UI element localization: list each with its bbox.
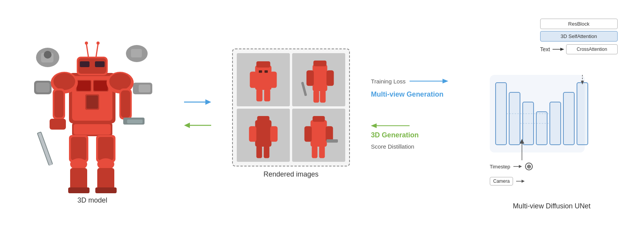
- label-3d-model: 3D model: [77, 196, 107, 204]
- svg-rect-33: [70, 168, 87, 189]
- text-cross-attention-row: Text CrossAttention: [540, 44, 618, 54]
- svg-rect-29: [74, 124, 111, 135]
- 3d-generation-row: [371, 122, 410, 130]
- rendered-cell-4: [292, 109, 345, 162]
- svg-rect-6: [36, 83, 50, 92]
- svg-marker-89: [371, 123, 377, 128]
- svg-line-44: [86, 44, 88, 57]
- svg-rect-58: [257, 89, 263, 102]
- timestep-arrow: [513, 162, 522, 171]
- svg-rect-39: [95, 187, 117, 193]
- arrow-right-blue: [184, 96, 211, 108]
- plus-circle: ⊕: [525, 163, 533, 170]
- cross-attention-box: CrossAttention: [566, 44, 617, 54]
- svg-rect-34: [68, 187, 90, 193]
- svg-rect-56: [250, 71, 257, 88]
- rendered-cell-2: [292, 53, 345, 106]
- svg-rect-79: [310, 120, 327, 147]
- self-attention-box: 3D SelfAttention: [540, 31, 618, 42]
- arrow-3d-generation: [371, 122, 410, 130]
- timestep-label: Timestep: [490, 164, 510, 170]
- 3d-generation-label: 3D Generation: [371, 131, 418, 139]
- camera-row: Camera: [490, 177, 533, 185]
- svg-rect-25: [121, 90, 130, 118]
- rendered-grid-container: [232, 49, 350, 166]
- svg-rect-106: [577, 83, 587, 144]
- svg-rect-43: [95, 61, 105, 67]
- svg-point-46: [85, 42, 88, 45]
- svg-rect-94: [496, 83, 506, 144]
- svg-marker-53: [184, 123, 190, 128]
- arrow-training-loss: [410, 77, 448, 85]
- svg-rect-96: [510, 93, 520, 144]
- svg-rect-75: [257, 146, 262, 158]
- svg-rect-31: [71, 137, 86, 160]
- svg-rect-83: [319, 146, 325, 158]
- svg-rect-74: [270, 126, 277, 142]
- rendered-cell-3: [237, 109, 290, 162]
- svg-rect-64: [313, 65, 327, 92]
- text-label: Text: [540, 46, 550, 52]
- bottom-inputs: Timestep ⊕ Camera: [490, 162, 533, 185]
- arrows-section: [184, 96, 211, 131]
- svg-point-18: [53, 73, 75, 90]
- svg-rect-85: [326, 139, 338, 142]
- svg-rect-65: [307, 70, 314, 86]
- svg-marker-91: [560, 48, 564, 51]
- rendered-cell-1: [237, 53, 290, 106]
- svg-rect-22: [54, 90, 64, 118]
- svg-rect-80: [305, 126, 312, 142]
- svg-rect-60: [257, 61, 270, 68]
- camera-box: Camera: [490, 177, 513, 185]
- svg-marker-51: [205, 99, 211, 105]
- svg-rect-82: [312, 146, 318, 158]
- multiview-generation-label: Multi-view Generation: [371, 90, 443, 99]
- svg-rect-68: [320, 90, 326, 103]
- label-rendered: Rendered images: [263, 170, 319, 178]
- section-3d-model: 3D model: [19, 23, 166, 204]
- svg-rect-61: [259, 70, 262, 73]
- svg-rect-4: [131, 49, 142, 57]
- svg-rect-49: [38, 132, 53, 165]
- svg-rect-72: [255, 120, 271, 147]
- svg-rect-42: [80, 61, 90, 67]
- arrow-text-cross: [553, 46, 564, 52]
- unet-diagram: ResBlock 3D SelfAttention Text CrossAtte…: [484, 17, 620, 199]
- svg-rect-84: [313, 116, 325, 122]
- svg-marker-116: [520, 139, 524, 144]
- svg-rect-62: [265, 70, 268, 73]
- svg-rect-8: [139, 85, 150, 92]
- label-unet: Multi-view Diffusion UNet: [513, 202, 591, 210]
- training-loss-row: Training Loss: [371, 77, 448, 85]
- svg-rect-77: [257, 116, 270, 122]
- svg-marker-112: [519, 165, 522, 168]
- section-unet: ResBlock 3D SelfAttention Text CrossAtte…: [478, 17, 625, 210]
- svg-rect-27: [127, 120, 143, 123]
- svg-rect-13: [77, 81, 91, 91]
- robot-illustration: [26, 23, 158, 193]
- svg-rect-36: [98, 137, 114, 160]
- rendered-grid: [237, 53, 345, 162]
- unet-bars-svg: [488, 71, 589, 156]
- section-rendered: Rendered images: [229, 49, 353, 178]
- main-container: 3D model: [0, 0, 644, 227]
- svg-rect-66: [326, 70, 334, 86]
- svg-rect-100: [537, 112, 547, 144]
- svg-rect-38: [97, 168, 114, 189]
- svg-rect-76: [264, 146, 270, 158]
- svg-line-45: [96, 44, 98, 57]
- svg-rect-104: [564, 93, 574, 144]
- camera-arrow: [516, 178, 525, 184]
- training-loss-label: Training Loss: [371, 78, 406, 85]
- svg-marker-87: [443, 79, 448, 83]
- svg-rect-59: [264, 89, 270, 102]
- svg-rect-67: [313, 90, 319, 103]
- svg-marker-114: [522, 180, 525, 183]
- svg-rect-69: [313, 61, 327, 66]
- timestep-row: Timestep ⊕: [490, 162, 533, 171]
- svg-rect-57: [270, 71, 277, 88]
- labels-section: Training Loss Multi-view Generation 3D G…: [371, 77, 460, 150]
- svg-point-2: [44, 51, 52, 59]
- robot-svg: [26, 23, 158, 193]
- svg-rect-55: [255, 66, 271, 90]
